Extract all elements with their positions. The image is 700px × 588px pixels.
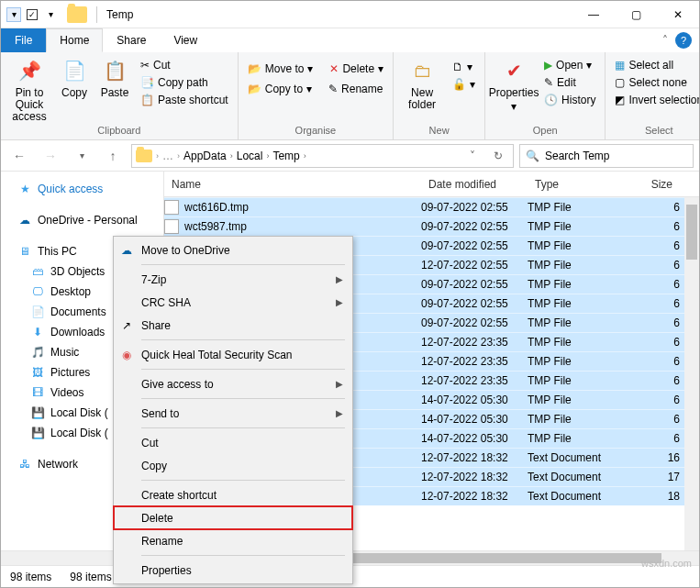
easy-access-button[interactable]: 🔓▾: [449, 77, 479, 92]
breadcrumb[interactable]: › …› AppData› Local› Temp› ˅ ↻: [131, 144, 514, 168]
group-label-new: New: [429, 125, 450, 138]
table-row[interactable]: wct5987.tmp09-07-2022 02:55TMP File6: [164, 216, 699, 236]
collapse-ribbon-icon[interactable]: ˄: [662, 34, 668, 47]
delete-button[interactable]: ✕Delete ▾: [326, 61, 387, 76]
col-date[interactable]: Date modified: [421, 178, 528, 191]
address-dropdown-icon[interactable]: ˅: [461, 150, 483, 162]
open-icon: ▶: [544, 59, 552, 72]
ctx-create-shortcut[interactable]: Create shortcut: [114, 483, 352, 506]
up-button[interactable]: ↑: [100, 144, 126, 168]
edit-icon: ✎: [544, 76, 553, 89]
ctx-copy[interactable]: Copy: [114, 454, 352, 477]
watermark: wsxdn.com: [641, 558, 692, 569]
col-name[interactable]: Name: [164, 178, 421, 191]
group-label-organise: Organise: [295, 125, 337, 138]
tab-home[interactable]: Home: [46, 28, 103, 52]
sidebar-onedrive[interactable]: ☁OneDrive - Personal: [5, 210, 160, 230]
ctx-properties[interactable]: Properties: [114, 559, 352, 582]
copy-path-button[interactable]: 📑Copy path: [137, 75, 232, 90]
shortcut-icon: 📋: [140, 94, 154, 106]
copy-to-button[interactable]: 📂Copy to ▾: [244, 82, 316, 96]
new-folder-button[interactable]: 🗀New folder: [399, 56, 445, 111]
select-none-icon: ▢: [615, 76, 625, 89]
edit-button[interactable]: ✎Edit: [540, 75, 599, 90]
star-icon: ★: [17, 182, 32, 196]
vertical-scrollbar[interactable]: [684, 197, 699, 550]
chevron-down-icon: ▾: [306, 83, 312, 95]
invert-icon: ◩: [615, 94, 625, 106]
help-icon[interactable]: ?: [675, 32, 692, 49]
cut-button[interactable]: ✂Cut: [137, 58, 232, 72]
ctx-quickheal[interactable]: ◉Quick Heal Total Security Scan: [114, 343, 352, 366]
invert-selection-button[interactable]: ◩Invert selection: [611, 93, 700, 107]
file-icon: [164, 219, 179, 234]
pin-icon: 📌: [15, 56, 44, 85]
ctx-share[interactable]: ↗Share: [114, 314, 352, 337]
chevron-right-icon: ▶: [336, 379, 343, 389]
pin-to-quick-access-button[interactable]: 📌Pin to Quick access: [6, 56, 52, 124]
col-size[interactable]: Size: [638, 178, 680, 191]
ctx-rename[interactable]: Rename: [114, 529, 352, 552]
history-button[interactable]: 🕓History: [540, 93, 599, 107]
ctx-delete[interactable]: Delete: [114, 506, 352, 529]
chevron-right-icon: ▶: [336, 297, 343, 307]
sidebar-quick-access[interactable]: ★Quick access: [5, 179, 160, 199]
chevron-right-icon: ▶: [336, 408, 343, 418]
chevron-down-icon: ▾: [511, 101, 517, 113]
chevron-down-icon: ▾: [307, 62, 313, 75]
folder-icon: 🖼: [30, 365, 45, 380]
back-button[interactable]: ←: [6, 144, 32, 168]
column-headers[interactable]: Name Date modified Type Size: [164, 172, 699, 197]
qat-save-icon[interactable]: ▾: [6, 7, 21, 22]
move-to-button[interactable]: 📂Move to ▾: [244, 61, 317, 76]
crumb-appdata[interactable]: AppData›: [183, 150, 233, 162]
chevron-right-icon: ▶: [336, 274, 343, 284]
col-type[interactable]: Type: [528, 178, 638, 191]
crumb-local[interactable]: Local›: [237, 150, 270, 162]
refresh-button[interactable]: ↻: [487, 150, 509, 162]
rename-button[interactable]: ✎Rename: [325, 82, 386, 96]
ctx-give-access[interactable]: Give access to▶: [114, 372, 352, 395]
group-label-select: Select: [645, 125, 673, 138]
pc-icon: 🖥: [17, 244, 32, 259]
ribbon: 📌Pin to Quick access 📄Copy 📋Paste ✂Cut 📑…: [1, 52, 699, 140]
network-icon: 🖧: [17, 457, 32, 472]
properties-icon: ✔: [499, 56, 528, 85]
folder-icon: ⬇: [30, 325, 45, 339]
folder-icon: [136, 150, 152, 162]
select-all-icon: ▦: [615, 59, 625, 72]
open-button[interactable]: ▶Open ▾: [540, 58, 599, 72]
new-item-icon: 🗋: [452, 61, 463, 73]
folder-icon: 🎞: [30, 385, 45, 400]
properties-button[interactable]: ✔Properties▾: [491, 56, 537, 113]
crumb-temp[interactable]: Temp›: [272, 150, 306, 162]
ctx-cut[interactable]: Cut: [114, 431, 352, 454]
recent-dropdown[interactable]: ▾: [69, 144, 94, 168]
ctx-7zip[interactable]: 7-Zip▶: [114, 268, 352, 291]
titlebar: ▾ ✓ ▾ Temp — ▢ ✕: [1, 1, 699, 28]
share-icon: ↗: [119, 318, 134, 333]
paste-shortcut-button[interactable]: 📋Paste shortcut: [137, 93, 232, 107]
tab-share[interactable]: Share: [103, 28, 160, 52]
table-row[interactable]: wct616D.tmp09-07-2022 02:55TMP File6: [164, 197, 699, 216]
search-input[interactable]: 🔍 Search Temp: [519, 144, 694, 168]
copy-button[interactable]: 📄Copy: [56, 56, 93, 99]
forward-button[interactable]: →: [38, 144, 63, 168]
ctx-crcsha[interactable]: CRC SHA▶: [114, 291, 352, 314]
tab-file[interactable]: File: [1, 28, 46, 52]
close-button[interactable]: ✕: [657, 1, 699, 28]
ctx-send-to[interactable]: Send to▶: [114, 402, 352, 425]
select-all-button[interactable]: ▦Select all: [611, 58, 700, 72]
maximize-button[interactable]: ▢: [615, 1, 657, 28]
copy-icon: 📄: [60, 56, 89, 85]
qat-dropdown-icon[interactable]: ▾: [43, 7, 58, 22]
tab-view[interactable]: View: [160, 28, 211, 52]
select-none-button[interactable]: ▢Select none: [611, 75, 700, 90]
ctx-move-onedrive[interactable]: ☁Move to OneDrive: [114, 239, 352, 261]
new-item-button[interactable]: 🗋▾: [449, 60, 479, 74]
history-icon: 🕓: [544, 94, 558, 106]
minimize-button[interactable]: —: [572, 1, 615, 28]
qat-check-icon[interactable]: ✓: [25, 7, 39, 22]
paste-button[interactable]: 📋Paste: [96, 56, 133, 99]
address-bar: ← → ▾ ↑ › …› AppData› Local› Temp› ˅ ↻ 🔍…: [1, 140, 699, 172]
